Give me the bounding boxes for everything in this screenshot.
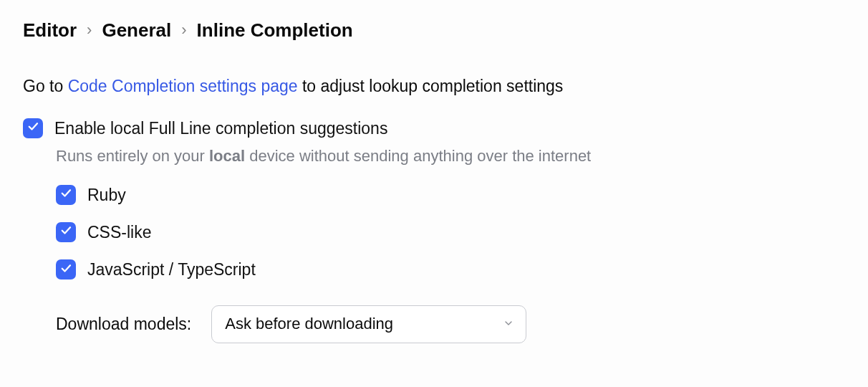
enable-full-line-checkbox[interactable] — [23, 118, 43, 138]
enable-full-line-row: Enable local Full Line completion sugges… — [23, 117, 845, 140]
chevron-down-icon — [503, 313, 514, 335]
language-checkbox-js-ts[interactable] — [56, 259, 76, 280]
check-icon — [59, 183, 72, 206]
language-checkbox-css[interactable] — [56, 222, 76, 242]
download-models-label: Download models: — [56, 312, 191, 335]
language-label: CSS-like — [87, 221, 151, 244]
intro-prefix: Go to — [23, 77, 68, 95]
language-row-js-ts: JavaScript / TypeScript — [56, 258, 845, 281]
language-label: Ruby — [87, 183, 126, 206]
language-checkbox-ruby[interactable] — [56, 185, 76, 205]
check-icon — [59, 259, 72, 281]
chevron-right-icon: › — [181, 19, 186, 42]
language-row-css: CSS-like — [56, 221, 845, 244]
chevron-right-icon: › — [87, 19, 92, 42]
language-label: JavaScript / TypeScript — [87, 258, 256, 281]
code-completion-settings-link[interactable]: Code Completion settings page — [68, 77, 298, 95]
hint-bold: local — [209, 147, 245, 165]
download-models-selected: Ask before downloading — [225, 313, 393, 335]
hint-suffix: device without sending anything over the… — [245, 147, 591, 165]
intro-text: Go to Code Completion settings page to a… — [23, 75, 845, 97]
check-icon — [26, 117, 39, 139]
download-models-row: Download models: Ask before downloading — [56, 305, 845, 343]
hint-prefix: Runs entirely on your — [56, 147, 209, 165]
download-models-select[interactable]: Ask before downloading — [211, 305, 526, 343]
check-icon — [59, 221, 72, 243]
enable-full-line-hint: Runs entirely on your local device witho… — [56, 145, 845, 168]
breadcrumb: Editor › General › Inline Completion — [23, 17, 845, 43]
breadcrumb-item: Inline Completion — [197, 17, 353, 43]
language-list: Ruby CSS-like JavaScript / TypeScript — [56, 183, 845, 282]
enable-full-line-label: Enable local Full Line completion sugges… — [54, 117, 387, 140]
breadcrumb-item[interactable]: Editor — [23, 17, 77, 43]
intro-suffix: to adjust lookup completion settings — [298, 77, 564, 95]
language-row-ruby: Ruby — [56, 183, 845, 206]
breadcrumb-item[interactable]: General — [102, 17, 171, 43]
